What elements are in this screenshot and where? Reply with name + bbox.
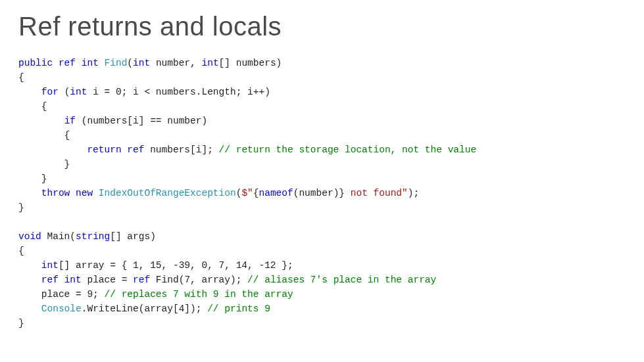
code-text: number, [156,58,196,68]
code-text: } [18,202,24,213]
code-text: numbers[i]; [144,145,218,155]
type-name: IndexOutOfRangeException [99,188,236,198]
code-text: } [18,173,47,184]
keyword: ref [59,58,76,68]
keyword: string [76,231,110,242]
keyword: return [87,145,121,155]
code-text: (numbers[i] == number) [76,116,207,126]
code-text: } [18,159,70,170]
comment: // prints 9 [207,304,270,314]
method-name: Find [105,58,128,68]
keyword: for [41,87,59,97]
comment: // replaces 7 with 9 in the array [105,289,293,300]
keyword: ref [133,275,150,285]
slide-title: Ref returns and locals [18,12,626,41]
slide: Ref returns and locals public ref int Fi… [0,0,644,330]
code-block: public ref int Find(int number, int[] nu… [18,56,626,330]
keyword: nameof [259,188,293,198]
code-text: } [18,318,24,328]
keyword: int [41,260,59,271]
keyword: int [82,58,99,68]
keyword: ref [41,275,59,285]
code-text: Main( [41,231,76,242]
keyword: int [70,87,87,97]
comment: // return the storage location, not the … [219,145,477,155]
code-text: ); [408,188,419,198]
code-text: [] array = { 1, 15, -39, 0, 7, 14, -12 }… [59,260,293,271]
code-text: [] args) [110,231,156,242]
code-text: Find(7, array); [150,275,247,285]
code-text: place = 9; [18,289,105,300]
keyword: new [76,188,93,198]
code-text: [] numbers) [219,58,282,68]
keyword: int [64,275,82,285]
code-text: i = 0; i < numbers.Length; i++) [87,87,270,97]
code-text: { [18,246,24,256]
comment: // aliases 7's place in the array [247,275,436,285]
keyword: ref [127,145,144,155]
code-text: { [253,188,259,198]
code-text: .WriteLine(array[4]); [82,304,207,314]
code-text: (number)} [293,188,345,198]
keyword: int [133,58,150,68]
code-text: { [18,72,24,83]
string: not found" [345,188,408,198]
keyword: int [202,58,219,68]
code-text: { [18,130,70,141]
type-name: Console [41,304,82,314]
keyword: if [64,116,76,126]
keyword: public [18,58,53,68]
keyword: throw [41,188,70,198]
keyword: void [18,231,41,242]
code-text: { [18,101,47,112]
string: $" [241,188,253,198]
code-text: place = [82,275,133,285]
